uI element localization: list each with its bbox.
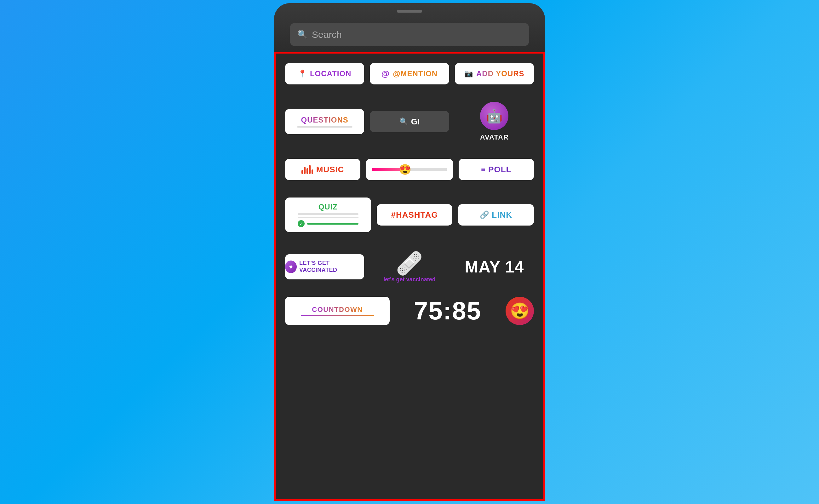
avatar-label: AVATAR [480, 133, 509, 141]
may14-sticker[interactable]: MAY 14 [455, 254, 534, 279]
slider-emoji-icon: 😍 [399, 164, 411, 175]
vacc-sticker-label: let's get vaccinated [383, 276, 435, 283]
quiz-check-bar [307, 223, 358, 225]
bandaid-icon: 🩹 [396, 250, 423, 276]
link-sticker[interactable]: 🔗 LINK [458, 204, 534, 226]
countdown-num-text: 75:85 [414, 296, 482, 325]
vacc-sticker-image[interactable]: 🩹 let's get vaccinated [370, 249, 449, 284]
vaccinated-text-wrap: LET'S GET VACCINATED [299, 260, 364, 273]
quiz-line1 [298, 213, 358, 215]
poll-icon: ≡ [481, 165, 485, 174]
location-sticker[interactable]: 📍 LOCATION [285, 63, 364, 84]
location-icon: 📍 [298, 70, 307, 78]
slider-track: 😍 [372, 168, 447, 171]
gif-search-icon: 🔍 [399, 117, 408, 126]
countdown-emoji-sticker[interactable]: 😍 [506, 297, 534, 325]
poll-sticker[interactable]: ≡ POLL [459, 159, 534, 180]
search-icon: 🔍 [297, 30, 307, 39]
avatar-circle: 🤖 [480, 102, 508, 130]
hashtag-label: #HASHTAG [391, 210, 438, 220]
questions-sticker[interactable]: QUESTIONS [285, 109, 364, 134]
phone-container: 🔍 Search 📍 LOCATION @ @MENTION 📷 ADD YOU… [274, 3, 545, 501]
avatar-face-icon: 🤖 [486, 108, 502, 124]
row5: ♥ LET'S GET VACCINATED 🩹 let's get vacci… [285, 249, 534, 284]
gif-sticker[interactable]: 🔍 GI [370, 111, 449, 132]
emoji-slider-sticker[interactable]: 😍 [366, 159, 453, 180]
quiz-label: QUIZ [318, 203, 338, 211]
top-row: 📍 LOCATION @ @MENTION 📷 ADD YOURS [285, 63, 534, 84]
row4: QUIZ ✓ #HASHTAG 🔗 LINK [285, 198, 534, 232]
heart-icon: ♥ [285, 261, 297, 273]
quiz-check-row: ✓ [298, 220, 358, 227]
countdown-emoji-icon: 😍 [510, 302, 530, 320]
music-label: MUSIC [316, 165, 344, 175]
vaccinated-sticker[interactable]: ♥ LET'S GET VACCINATED [285, 254, 364, 279]
mention-label: @MENTION [393, 69, 438, 78]
mention-sticker[interactable]: @ @MENTION [370, 63, 449, 84]
link-icon: 🔗 [480, 210, 489, 219]
questions-underline [297, 126, 352, 128]
sticker-panel: 📍 LOCATION @ @MENTION 📷 ADD YOURS QUESTI… [274, 52, 545, 501]
gif-label: GI [411, 117, 420, 127]
may14-label: MAY 14 [465, 257, 524, 276]
search-bar[interactable]: 🔍 Search [290, 23, 529, 46]
search-placeholder: Search [312, 29, 342, 40]
row6-bottom: COUNTDOWN 75:85 😍 [285, 297, 534, 325]
location-label: LOCATION [310, 69, 352, 78]
vaccinated-label: LET'S GET VACCINATED [299, 260, 364, 273]
countdown-number: 75:85 [395, 297, 500, 325]
row2: QUESTIONS 🔍 GI 🤖 AVATAR [285, 102, 534, 141]
row3: MUSIC 😍 ≡ POLL [285, 159, 534, 180]
phone-top: 🔍 Search [274, 3, 545, 52]
poll-label: POLL [488, 165, 511, 175]
countdown-label: COUNTDOWN [312, 306, 363, 314]
music-sticker[interactable]: MUSIC [285, 159, 360, 180]
add-yours-sticker[interactable]: 📷 ADD YOURS [455, 63, 534, 84]
avatar-sticker[interactable]: 🤖 AVATAR [455, 102, 534, 141]
link-label: LINK [492, 210, 512, 220]
add-yours-label: ADD YOURS [476, 69, 524, 78]
hashtag-sticker[interactable]: #HASHTAG [377, 204, 453, 226]
countdown-sticker[interactable]: COUNTDOWN [285, 297, 390, 325]
camera-icon: 📷 [464, 70, 473, 78]
quiz-line2 [298, 217, 358, 218]
quiz-sticker[interactable]: QUIZ ✓ [285, 198, 371, 232]
music-bars-icon [301, 165, 313, 174]
phone-handle [397, 10, 422, 13]
quiz-check-icon: ✓ [298, 220, 305, 227]
countdown-line [301, 315, 374, 316]
mention-at-icon: @ [381, 69, 390, 79]
questions-label: QUESTIONS [301, 116, 348, 124]
